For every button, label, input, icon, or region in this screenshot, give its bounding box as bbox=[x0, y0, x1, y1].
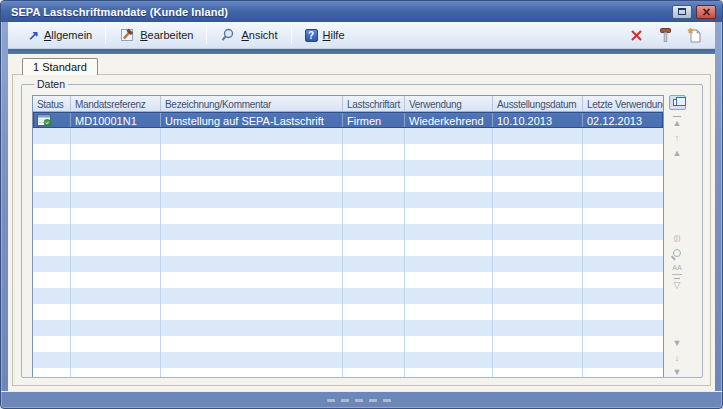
column-header-bezeichnung[interactable]: Bezeichnung/Kommentar bbox=[161, 96, 343, 111]
table-row-empty[interactable] bbox=[33, 176, 663, 192]
table-cell-empty bbox=[71, 160, 161, 176]
next-row-icon[interactable]: ▼ bbox=[673, 336, 682, 349]
table-row-empty[interactable] bbox=[33, 192, 663, 208]
table-cell-empty bbox=[405, 192, 493, 208]
table-row-empty[interactable] bbox=[33, 304, 663, 320]
table-cell-empty bbox=[343, 160, 405, 176]
table-cell-empty bbox=[71, 368, 161, 378]
filter-icon[interactable]: ▽ bbox=[674, 278, 681, 291]
table-cell-empty bbox=[343, 240, 405, 256]
page-up-icon[interactable]: ↑ bbox=[675, 131, 680, 144]
table-row-empty[interactable] bbox=[33, 240, 663, 256]
table-cell-empty bbox=[405, 320, 493, 336]
table-cell-empty bbox=[493, 336, 583, 352]
table-cell-empty bbox=[493, 320, 583, 336]
table-row-empty[interactable] bbox=[33, 288, 663, 304]
menu-bearbeiten[interactable]: Bearbeiten bbox=[111, 25, 201, 45]
column-header-ausstellungsdatum[interactable]: Ausstellungsdatum bbox=[493, 96, 583, 111]
menu-hilfe[interactable]: ? Hilfe bbox=[297, 27, 353, 44]
table-cell-empty bbox=[583, 176, 663, 192]
column-header-lastschriftart[interactable]: Lastschriftart bbox=[343, 96, 405, 111]
menu-ansicht[interactable]: Ansicht bbox=[212, 25, 285, 45]
table-cell-empty bbox=[71, 208, 161, 224]
restore-button[interactable] bbox=[672, 5, 692, 19]
hammer-icon bbox=[658, 27, 673, 43]
table-cell-empty bbox=[405, 160, 493, 176]
table-cell-empty bbox=[71, 144, 161, 160]
table-row-empty[interactable] bbox=[33, 352, 663, 368]
table-cell-empty bbox=[493, 128, 583, 144]
table-cell-empty bbox=[33, 368, 71, 378]
table-cell-empty bbox=[161, 368, 343, 378]
table-cell-empty bbox=[161, 176, 343, 192]
table-cell-empty bbox=[161, 288, 343, 304]
table-cell-empty bbox=[33, 176, 71, 192]
window-body: ↗ Allgemein Bearbeiten bbox=[8, 22, 715, 391]
table-cell-empty bbox=[405, 336, 493, 352]
table-row-empty[interactable] bbox=[33, 144, 663, 160]
table-cell-empty bbox=[33, 320, 71, 336]
table-row-empty[interactable] bbox=[33, 224, 663, 240]
table-cell-empty bbox=[33, 304, 71, 320]
table-cell-empty bbox=[583, 336, 663, 352]
table-cell-empty bbox=[33, 144, 71, 160]
last-row-icon[interactable]: ▼ bbox=[673, 366, 682, 378]
column-header-letzte-verwendung[interactable]: Letzte Verwendung bbox=[583, 96, 663, 111]
table-cell-empty bbox=[493, 352, 583, 368]
table-cell-empty bbox=[343, 368, 405, 378]
table-cell-empty bbox=[33, 272, 71, 288]
mandate-table: Status Mandatsreferenz Bezeichnung/Komme… bbox=[32, 95, 664, 378]
menu-allgemein[interactable]: ↗ Allgemein bbox=[20, 27, 100, 44]
table-cell-empty bbox=[493, 368, 583, 378]
search-icon[interactable] bbox=[673, 249, 681, 257]
resize-grip[interactable] bbox=[327, 399, 397, 402]
table-cell-empty bbox=[493, 208, 583, 224]
table-cell-empty bbox=[161, 272, 343, 288]
table-row-empty[interactable] bbox=[33, 128, 663, 144]
table-cell-empty bbox=[71, 192, 161, 208]
table-cell-empty bbox=[343, 224, 405, 240]
table-row-selected[interactable]: MD10001N1 Umstellung auf SEPA-Lastschrif… bbox=[33, 112, 663, 128]
table-cell-empty bbox=[405, 208, 493, 224]
table-cell-empty bbox=[33, 336, 71, 352]
delete-button[interactable] bbox=[627, 26, 645, 44]
table-cell-empty bbox=[583, 160, 663, 176]
arrow-up-right-icon: ↗ bbox=[28, 29, 39, 42]
column-width-icon[interactable]: (|) bbox=[674, 231, 680, 244]
page-down-icon[interactable]: ↓ bbox=[675, 351, 680, 364]
prev-row-icon[interactable]: ▲ bbox=[673, 146, 682, 159]
table-cell-empty bbox=[71, 176, 161, 192]
red-x-icon bbox=[630, 29, 643, 42]
sort-icon[interactable]: AA bbox=[672, 262, 681, 275]
table-cell-empty bbox=[493, 176, 583, 192]
table-cell-empty bbox=[33, 240, 71, 256]
table-row-empty[interactable] bbox=[33, 256, 663, 272]
table-cell-empty bbox=[493, 256, 583, 272]
table-cell-empty bbox=[33, 288, 71, 304]
copy-grid-button[interactable] bbox=[669, 95, 686, 110]
tab-standard[interactable]: 1 Standard bbox=[22, 58, 98, 75]
table-cell-empty bbox=[343, 128, 405, 144]
table-row-empty[interactable] bbox=[33, 272, 663, 288]
new-document-button[interactable] bbox=[685, 26, 703, 44]
table-row-empty[interactable] bbox=[33, 336, 663, 352]
column-header-verwendung[interactable]: Verwendung bbox=[405, 96, 493, 111]
toolbar-right bbox=[627, 26, 707, 44]
titlebar[interactable]: SEPA Lastschriftmandate (Kunde Inland) bbox=[1, 1, 722, 22]
table-cell-empty bbox=[405, 144, 493, 160]
table-cell-empty bbox=[493, 272, 583, 288]
column-header-mandatsreferenz[interactable]: Mandatsreferenz bbox=[71, 96, 161, 111]
first-row-icon[interactable]: ▲ bbox=[673, 116, 682, 129]
table-cell-empty bbox=[583, 192, 663, 208]
column-header-status[interactable]: Status bbox=[33, 96, 71, 111]
table-row-empty[interactable] bbox=[33, 160, 663, 176]
table-cell-empty bbox=[343, 144, 405, 160]
table-row-empty[interactable] bbox=[33, 320, 663, 336]
table-row-empty[interactable] bbox=[33, 368, 663, 378]
close-button[interactable] bbox=[696, 5, 716, 19]
table-row-empty[interactable] bbox=[33, 208, 663, 224]
tools-button[interactable] bbox=[656, 26, 674, 44]
table-cell-empty bbox=[405, 128, 493, 144]
magnifier-icon bbox=[220, 27, 236, 43]
table-cell-empty bbox=[343, 192, 405, 208]
